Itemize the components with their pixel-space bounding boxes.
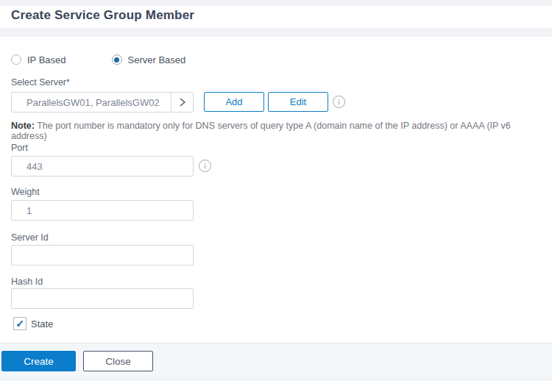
close-button[interactable]: Close bbox=[83, 351, 153, 371]
radio-ip-based-label: IP Based bbox=[27, 54, 66, 65]
port-info-icon[interactable]: i bbox=[199, 160, 211, 172]
member-type-radio-group: IP Based Server Based bbox=[11, 54, 185, 65]
edit-button[interactable]: Edit bbox=[268, 92, 328, 112]
chevron-right-icon bbox=[179, 97, 186, 107]
radio-server-based-label: Server Based bbox=[128, 54, 186, 65]
radio-selected-icon bbox=[112, 54, 122, 65]
note-text: Note: The port number is mandatory only … bbox=[11, 121, 548, 141]
top-divider-strip bbox=[0, 0, 552, 6]
server-id-label: Server Id bbox=[11, 232, 49, 243]
select-server-input[interactable] bbox=[11, 92, 171, 113]
port-label: Port bbox=[11, 143, 28, 153]
note-prefix: Note: bbox=[11, 121, 35, 131]
page-title: Create Service Group Member bbox=[11, 8, 194, 23]
header-divider-strip bbox=[0, 28, 552, 37]
add-button[interactable]: Add bbox=[204, 92, 264, 112]
state-label: State bbox=[31, 318, 53, 329]
create-button[interactable]: Create bbox=[1, 351, 76, 371]
radio-unselected-icon bbox=[11, 54, 21, 65]
weight-label: Weight bbox=[11, 187, 40, 197]
state-checkbox[interactable]: ✓ bbox=[13, 317, 26, 330]
expand-server-button[interactable] bbox=[171, 92, 194, 113]
server-info-icon[interactable]: i bbox=[333, 96, 345, 108]
port-input[interactable] bbox=[11, 156, 194, 177]
radio-server-based[interactable]: Server Based bbox=[112, 54, 186, 65]
hash-id-input[interactable] bbox=[11, 288, 194, 309]
weight-input[interactable] bbox=[11, 200, 194, 221]
hash-id-label: Hash Id bbox=[11, 277, 43, 287]
server-id-input[interactable] bbox=[11, 245, 194, 266]
state-row: ✓ State bbox=[13, 317, 53, 330]
note-body: The port number is mandatory only for DN… bbox=[11, 121, 511, 141]
radio-ip-based[interactable]: IP Based bbox=[11, 54, 66, 65]
select-server-label: Select Server* bbox=[11, 77, 70, 88]
